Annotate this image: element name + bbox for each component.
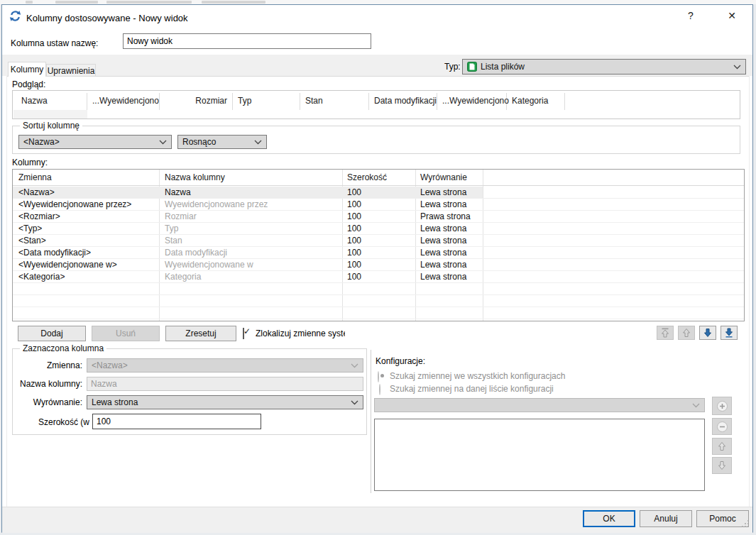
radio-configuration-list-label: Szukaj zmiennej na danej liście konfigur… <box>390 384 554 394</box>
tab-page-border-right <box>749 76 750 507</box>
type-label: Typ: <box>444 62 461 72</box>
preview-col-header: Typ <box>238 96 251 106</box>
table-row[interactable]: <Nazwa> Nazwa 100 Lewa strona <box>13 187 744 199</box>
move-to-bottom-button[interactable] <box>721 326 738 340</box>
close-button[interactable]: ✕ <box>721 6 743 25</box>
columns-table-header: Zmienna Nazwa kolumny Szerokość Wyrównan… <box>13 170 744 186</box>
preview-col-header: ...Wyewidencjono <box>92 96 159 106</box>
chevron-down-icon <box>351 363 358 368</box>
view-name-input[interactable] <box>123 33 371 49</box>
type-combobox[interactable]: Lista plików <box>462 59 746 75</box>
move-up-button[interactable] <box>678 326 695 340</box>
sort-column-combobox[interactable]: <Nazwa> <box>18 135 172 149</box>
tab-page-border <box>6 76 750 77</box>
selected-column-groupbox: Zaznaczona kolumna Zmienna: <Nazwa> Nazw… <box>12 348 367 435</box>
col-header-nazwa-kolumny[interactable]: Nazwa kolumny <box>165 172 225 182</box>
arrow-up-bar-icon <box>661 328 669 338</box>
preview-first-cell <box>13 110 87 118</box>
width-input[interactable] <box>92 414 261 429</box>
columns-label: Kolumny: <box>12 158 48 167</box>
background-artifact <box>26 1 33 4</box>
selected-row-highlight <box>13 187 483 198</box>
table-row[interactable]: <Typ> Typ 100 Lewa strona <box>13 223 744 235</box>
preview-col-header: Stan <box>305 96 323 106</box>
radio-configuration-list[interactable] <box>379 384 380 395</box>
table-row[interactable]: <Wyewidencjonowane przez> Wyewidencjonow… <box>13 199 744 211</box>
radio-all-configurations[interactable] <box>378 371 379 382</box>
sort-order-value: Rosnąco <box>182 137 251 147</box>
file-list-icon <box>467 62 477 72</box>
col-header-zmienna[interactable]: Zmienna <box>18 172 52 182</box>
chevron-down-icon <box>254 140 262 145</box>
column-name-label: Nazwa kolumny: <box>13 379 82 389</box>
table-row[interactable]: <Kategoria> Kategoria 100 Lewa strona <box>13 271 744 283</box>
add-button[interactable]: Dodaj <box>18 326 86 341</box>
tab-uprawnienia[interactable]: Uprawnienia <box>46 64 96 77</box>
sort-groupbox: Sortuj kolumnę <Nazwa> Rosnąco <box>12 126 740 154</box>
col-header-szerokosc[interactable]: Szerokość <box>347 172 387 182</box>
config-move-up-button[interactable] <box>712 438 732 455</box>
variable-label: Zmienna: <box>13 360 82 370</box>
ok-button[interactable]: OK <box>583 510 635 527</box>
configurations-label: Konfiguracje: <box>376 356 425 366</box>
variable-value: <Nazwa> <box>92 360 347 370</box>
view-name-label: Kolumna ustaw nazwę: <box>11 38 98 48</box>
table-row[interactable]: <Rozmiar> Rozmiar 100 Prawa strona <box>13 211 744 223</box>
tab-page-border-left <box>6 76 7 507</box>
help-button[interactable]: ? <box>680 6 701 25</box>
sort-column-value: <Nazwa> <box>23 137 155 147</box>
background-artifact <box>202 1 265 4</box>
table-row-empty <box>13 307 744 319</box>
preview-header-box: Nazwa ...Wyewidencjono Rozmiar Typ Stan … <box>12 90 740 119</box>
radio-all-configurations-label: Szukaj zmiennej we wszystkich konfigurac… <box>390 371 565 381</box>
chevron-down-icon <box>692 403 700 408</box>
type-value: Lista plików <box>481 62 730 72</box>
background-artifact <box>55 1 98 4</box>
table-row[interactable]: <Wyewidencjonowane w> Wyewidencjonowane … <box>13 259 744 271</box>
tab-kolumny[interactable]: Kolumny <box>8 62 46 77</box>
configuration-combobox[interactable] <box>374 398 705 412</box>
preview-col-header: Rozmiar <box>159 96 227 106</box>
arrow-down-icon <box>703 328 712 338</box>
help-footer-button[interactable]: Pomoc <box>696 510 749 527</box>
check-icon: ✓ <box>243 326 251 336</box>
table-row-empty <box>13 283 744 295</box>
title-bar: Kolumny dostosowywane - Nowy widok ? ✕ <box>2 5 752 26</box>
sort-order-combobox[interactable]: Rosnąco <box>177 135 267 149</box>
variable-combobox[interactable]: <Nazwa> <box>87 358 363 373</box>
minus-circle-icon <box>716 421 728 433</box>
remove-button[interactable]: Usuń <box>92 326 160 341</box>
localize-checkbox[interactable]: ✓ <box>243 328 244 339</box>
preview-col-header: Data modyfikacji <box>374 96 437 106</box>
preview-col-header: Kategoria <box>512 96 548 106</box>
plus-circle-icon <box>716 400 728 412</box>
configuration-listbox[interactable] <box>374 419 705 491</box>
move-down-button[interactable] <box>699 326 716 340</box>
chevron-down-icon <box>351 400 358 405</box>
config-move-down-button[interactable] <box>712 457 732 474</box>
col-header-wyrownanie[interactable]: Wyrównanie <box>420 172 467 182</box>
resize-grip[interactable] <box>742 519 750 529</box>
column-name-input[interactable] <box>87 377 363 391</box>
table-row[interactable]: <Stan> Stan 100 Lewa strona <box>13 235 744 247</box>
reset-button[interactable]: Zresetuj <box>165 326 236 341</box>
alignment-combobox[interactable]: Lewa strona <box>87 395 363 409</box>
sort-legend: Sortuj kolumnę <box>20 121 82 131</box>
columns-table: Zmienna Nazwa kolumny Szerokość Wyrównan… <box>12 169 745 321</box>
chevron-down-icon <box>159 140 167 145</box>
sync-window-icon <box>9 10 21 24</box>
config-remove-button[interactable] <box>712 418 732 435</box>
table-row[interactable]: <Data modyfikacji> Data modyfikacji 100 … <box>13 247 744 259</box>
preview-col-header: Nazwa <box>21 96 48 106</box>
move-to-top-button[interactable] <box>657 326 674 340</box>
arrow-down-bar-icon <box>725 328 733 338</box>
alignment-value: Lewa strona <box>92 397 347 407</box>
table-row-empty <box>13 295 744 307</box>
preview-label: Podgląd: <box>12 79 45 89</box>
alignment-label: Wyrównanie: <box>13 397 82 407</box>
cancel-button[interactable]: Anuluj <box>640 510 692 527</box>
config-add-button[interactable] <box>712 397 732 415</box>
arrow-down-icon <box>718 460 726 470</box>
arrow-up-icon <box>682 328 691 338</box>
background-artifact <box>106 1 192 4</box>
